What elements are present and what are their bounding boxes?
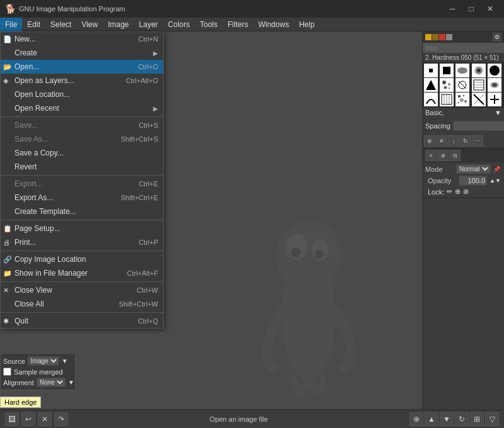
- menu-tools[interactable]: Tools: [195, 18, 222, 31]
- source-select[interactable]: Image: [28, 356, 59, 366]
- menu-file[interactable]: File: [0, 18, 22, 31]
- menu-item-copy-location[interactable]: 🔗 Copy Image Location: [1, 252, 163, 266]
- spacing-label: Spacing: [425, 122, 450, 130]
- menu-filters[interactable]: Filters: [222, 18, 253, 31]
- menu-view[interactable]: View: [76, 18, 103, 31]
- menu-item-open-layers[interactable]: ◈ Open as Layers... Ctrl+Alt+O: [1, 74, 163, 87]
- menu-item-save-copy[interactable]: Save a Copy...: [1, 146, 163, 160]
- page-setup-icon: 📋: [3, 225, 12, 233]
- open-recent-arrow-icon: ▶: [153, 105, 158, 112]
- menu-colors[interactable]: Colors: [163, 18, 195, 31]
- menu-item-create[interactable]: Create ▶: [1, 46, 163, 60]
- brush-color2-icon[interactable]: [432, 34, 438, 40]
- bottom-right-icon-6[interactable]: ▽: [485, 412, 499, 426]
- lock-label: Lock:: [428, 188, 444, 196]
- menu-item-new[interactable]: 📄 New... Ctrl+N: [1, 32, 163, 46]
- minimize-button[interactable]: ─: [444, 2, 461, 16]
- panel-config-icon[interactable]: ⚙: [493, 33, 501, 42]
- menu-item-open[interactable]: 📂 Open... Ctrl+O: [1, 60, 163, 74]
- mode-pin-icon[interactable]: 📌: [493, 166, 500, 172]
- source-expand-icon[interactable]: ▼: [62, 358, 68, 364]
- menu-image[interactable]: Image: [103, 18, 134, 31]
- brush-action-5[interactable]: ⋯: [472, 135, 483, 147]
- menu-select[interactable]: Select: [45, 18, 76, 31]
- menu-item-save-as[interactable]: Save As... Shift+Ctrl+S: [1, 132, 163, 146]
- bottom-icon-4[interactable]: ↷: [54, 412, 68, 426]
- opacity-stepper-icon[interactable]: ▲▼: [490, 177, 501, 184]
- brush-action-2[interactable]: ✕: [436, 135, 447, 147]
- brush-cell-2[interactable]: [440, 64, 454, 77]
- alignment-label: Alignment: [3, 379, 34, 386]
- brush-cell-5[interactable]: [488, 64, 501, 77]
- brush-color3-icon[interactable]: [439, 34, 445, 40]
- menu-windows[interactable]: Windows: [253, 18, 294, 31]
- lock-all-icon[interactable]: ⊛: [463, 188, 469, 196]
- svg-point-30: [458, 102, 459, 103]
- menu-item-export-as[interactable]: Export As... Shift+Ctrl+E: [1, 191, 163, 205]
- brush-preset-expand[interactable]: ▼: [495, 109, 501, 116]
- opacity-input[interactable]: [459, 176, 487, 186]
- menu-item-quit[interactable]: ✱ Quit Ctrl+Q: [1, 314, 163, 328]
- menu-item-open-recent[interactable]: Open Recent ▶: [1, 101, 163, 115]
- spacing-input[interactable]: [453, 121, 504, 131]
- tool-opt-icon-1[interactable]: ≡: [425, 150, 437, 161]
- brush-cell-1[interactable]: [424, 64, 438, 77]
- brush-action-1[interactable]: ⊕: [424, 135, 435, 147]
- bottom-right-icon-1[interactable]: ⊕: [410, 412, 423, 426]
- bottom-icon-3[interactable]: ✕: [38, 412, 52, 426]
- menu-item-file-manager[interactable]: 📁 Show in File Manager Ctrl+Alt+F: [1, 266, 163, 280]
- brush-action-3[interactable]: ↓: [448, 135, 459, 147]
- tool-opt-icon-3[interactable]: ⊟: [449, 150, 461, 161]
- brush-cell-3[interactable]: [455, 64, 469, 77]
- brush-cell-10[interactable]: [488, 78, 501, 92]
- tool-opt-icon-2[interactable]: ⊞: [437, 150, 449, 161]
- bottom-right-icon-2[interactable]: ▲: [425, 412, 438, 426]
- brush-cell-4[interactable]: [472, 64, 486, 77]
- menu-item-open-location[interactable]: Open Location...: [1, 87, 163, 101]
- bottom-icon-2[interactable]: ↩: [21, 412, 35, 426]
- brush-cell-7[interactable]: [440, 78, 454, 92]
- menu-item-close-view[interactable]: ✕ Close View Ctrl+W: [1, 283, 163, 297]
- brush-cell-8[interactable]: [455, 78, 469, 92]
- brush-cell-9[interactable]: [472, 78, 486, 92]
- menu-item-close-all[interactable]: Close All Shift+Ctrl+W: [1, 297, 163, 311]
- mode-label: Mode: [425, 166, 454, 173]
- bottom-right-icon-5[interactable]: ⊞: [470, 412, 484, 426]
- bottom-icon-1[interactable]: 🖼: [5, 412, 19, 426]
- brush-cell-13[interactable]: [455, 93, 469, 106]
- menu-edit[interactable]: Edit: [22, 18, 45, 31]
- alignment-expand-icon[interactable]: ▼: [68, 379, 74, 386]
- menu-item-print[interactable]: 🖨 Print... Ctrl+P: [1, 235, 163, 249]
- svg-rect-5: [429, 69, 433, 72]
- menu-item-page-setup[interactable]: 📋 Page Setup...: [1, 222, 163, 235]
- svg-point-29: [464, 100, 467, 103]
- menu-item-revert[interactable]: Revert: [1, 160, 163, 174]
- menu-layer[interactable]: Layer: [134, 18, 163, 31]
- close-view-icon: ✕: [3, 286, 9, 295]
- menu-item-save[interactable]: Save... Ctrl+S: [1, 118, 163, 132]
- lock-pixels-icon[interactable]: ✏: [447, 188, 452, 196]
- menu-item-create-template[interactable]: Create Template...: [1, 205, 163, 218]
- lock-position-icon[interactable]: ⊕: [455, 188, 461, 196]
- svg-point-14: [449, 87, 450, 89]
- bottom-toolbar: 🖼 ↩ ✕ ↷ Open an image file ⊕ ▲ ▼ ↻ ⊞ ▽: [0, 409, 504, 428]
- brush-cell-15[interactable]: [488, 93, 501, 106]
- brush-cell-11[interactable]: [424, 93, 438, 106]
- brush-cell-6[interactable]: [424, 78, 438, 92]
- brush-color4-icon[interactable]: [446, 34, 452, 40]
- menu-item-export[interactable]: Export... Ctrl+E: [1, 177, 163, 191]
- close-button[interactable]: ✕: [481, 2, 499, 16]
- sample-merged-checkbox[interactable]: [3, 368, 11, 376]
- mode-select[interactable]: Normal: [456, 164, 491, 174]
- brush-cell-14[interactable]: [472, 93, 486, 106]
- brush-color1-icon[interactable]: [425, 34, 432, 40]
- window-controls: ─ □ ✕: [444, 2, 499, 16]
- bottom-right-icon-3[interactable]: ▼: [440, 412, 454, 426]
- alignment-select[interactable]: None: [37, 378, 66, 387]
- bottom-right-icon-4[interactable]: ↻: [455, 412, 469, 426]
- maximize-button[interactable]: □: [462, 2, 480, 16]
- brush-cell-12[interactable]: [440, 93, 454, 106]
- brush-filter-input[interactable]: [423, 43, 504, 53]
- brush-action-4[interactable]: ↻: [460, 135, 471, 147]
- menu-help[interactable]: Help: [294, 18, 320, 31]
